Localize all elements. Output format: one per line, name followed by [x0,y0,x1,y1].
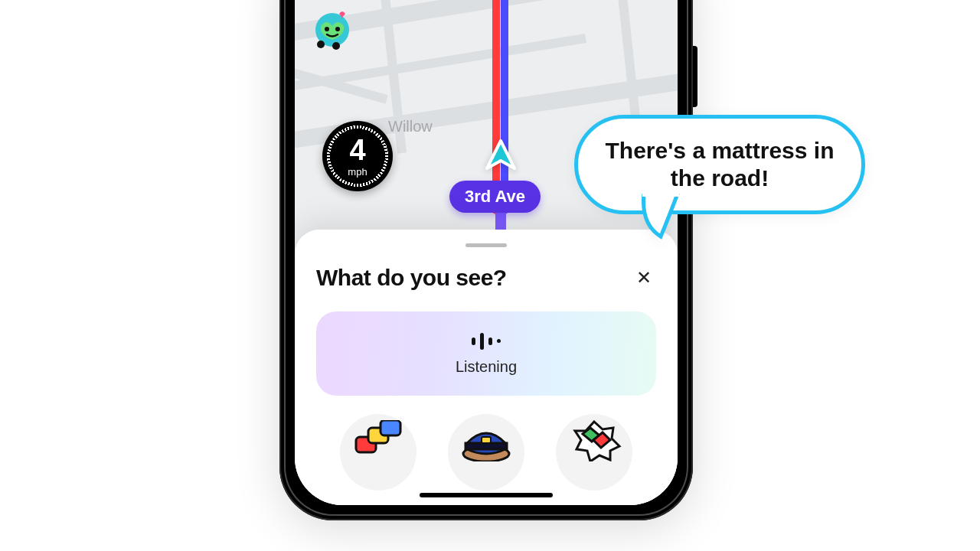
speedometer[interactable]: 4 mph [322,121,393,191]
waze-mascot-icon[interactable] [312,9,353,51]
voice-report-sheet: What do you see? ✕ Listening [295,230,678,505]
svg-point-10 [317,41,325,48]
home-indicator[interactable] [420,493,553,497]
speech-bubble: There's a mattress in the road! [574,115,865,214]
listening-label: Listening [456,358,517,376]
speed-unit: mph [348,166,367,178]
listening-card[interactable]: Listening [316,311,656,396]
svg-point-11 [332,42,340,50]
phone-frame: Willow 3rd Ave 4 mph [279,0,693,520]
bubble-tail-icon [638,194,684,240]
sheet-title: What do you see? [316,265,507,291]
report-type-row [316,414,656,491]
police-icon [456,420,516,461]
svg-rect-16 [466,443,507,449]
close-button[interactable]: ✕ [632,264,656,292]
speed-value: 4 [349,135,365,165]
current-street-label: 3rd Ave [465,187,525,206]
svg-point-8 [325,27,329,31]
report-traffic-button[interactable] [340,414,416,491]
sheet-grab-handle[interactable] [466,243,507,247]
hazard-icon [566,420,622,461]
speech-bubble-text: There's a mattress in the road! [606,138,835,191]
report-hazard-button[interactable] [556,414,632,491]
svg-rect-14 [381,420,400,435]
svg-rect-19 [642,194,679,197]
phone-side-button [693,46,697,107]
map-street-label: Willow [388,118,433,135]
close-icon: ✕ [636,267,652,288]
svg-rect-17 [482,437,491,443]
current-street-pill[interactable]: 3rd Ave [449,181,541,213]
sound-wave-icon [472,332,501,350]
current-location-arrow-icon [482,138,519,174]
svg-point-9 [335,27,340,31]
traffic-icon [351,420,405,461]
app-screen: Willow 3rd Ave 4 mph [295,0,678,505]
report-police-button[interactable] [448,414,524,491]
